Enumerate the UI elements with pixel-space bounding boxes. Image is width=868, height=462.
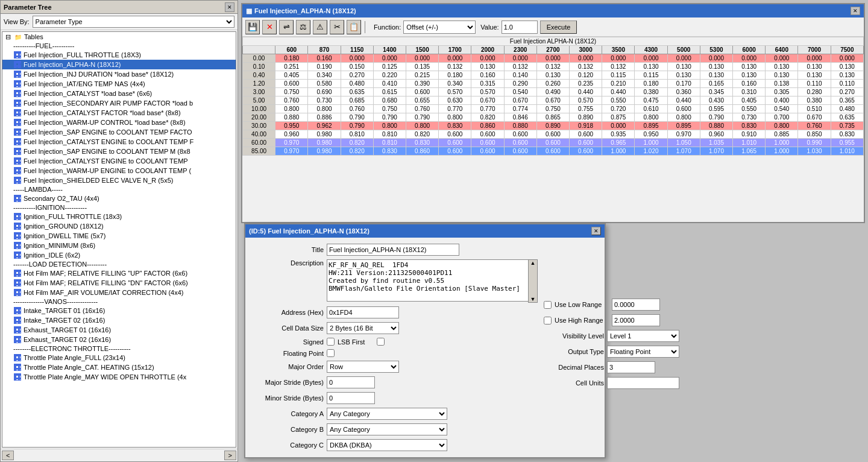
table-cell[interactable]: 0.980 (308, 130, 341, 139)
table-cell[interactable]: 0.160 (308, 54, 341, 63)
table-cell[interactable]: 0.315 (471, 80, 504, 88)
table-cell[interactable]: 0.670 (504, 97, 536, 105)
cell-data-select[interactable]: 2 Bytes (16 Bit (327, 322, 399, 334)
table-cell[interactable]: 0.130 (831, 71, 863, 80)
table-cell[interactable]: 0.365 (831, 97, 863, 105)
table-cell[interactable]: 0.630 (439, 97, 471, 105)
tree-item-hot-film-up[interactable]: Hot Film MAF; RELATIVE FILLING "UP" FACT… (2, 268, 236, 278)
tree-item-warmup-engine-coolant[interactable]: Fuel Injection_WARM-UP ENGINE to COOLANT… (2, 166, 236, 176)
table-cell[interactable]: 0.774 (504, 105, 536, 113)
table-cell[interactable]: 0.865 (536, 113, 569, 122)
table-cell[interactable]: 0.475 (635, 97, 667, 105)
table-cell[interactable]: 0.110 (831, 80, 863, 88)
table-cell[interactable]: 0.130 (766, 63, 798, 71)
table-cell[interactable]: 0.000 (667, 54, 700, 63)
tree-next-button[interactable]: > (224, 451, 236, 460)
table-cell[interactable]: 0.000 (798, 54, 831, 63)
category-b-select[interactable]: Any Category (327, 423, 447, 435)
table-cell[interactable]: 0.440 (667, 97, 700, 105)
table-cell[interactable]: 0.570 (471, 88, 504, 97)
table-cell[interactable]: 0.820 (341, 139, 373, 147)
table-cell[interactable]: 0.400 (766, 97, 798, 105)
table-cell[interactable]: 0.130 (831, 63, 863, 71)
table-cell[interactable]: 0.251 (275, 63, 308, 71)
table-cell[interactable]: 0.000 (602, 122, 635, 130)
table-cell[interactable]: 0.130 (667, 63, 700, 71)
table-cell[interactable]: 0.125 (373, 63, 406, 71)
table-cell[interactable]: 0.970 (667, 130, 700, 139)
table-cell[interactable]: 0.800 (439, 113, 471, 122)
table-cell[interactable]: 0.360 (667, 88, 700, 97)
table-cell[interactable]: 0.800 (635, 113, 667, 122)
table-cell[interactable]: 0.760 (341, 105, 373, 113)
table-cell[interactable]: 0.965 (602, 139, 635, 147)
tree-item-throttle-cat[interactable]: Throttle Plate Angle_CAT. HEATING (15x12… (2, 362, 236, 372)
value-input[interactable] (502, 21, 538, 34)
table-cell[interactable]: 0.820 (471, 113, 504, 122)
table-cell[interactable]: 0.875 (602, 113, 635, 122)
table-cell[interactable]: 0.280 (798, 88, 831, 97)
table-cell[interactable]: 0.790 (406, 113, 439, 122)
table-cell[interactable]: 0.130 (700, 63, 732, 71)
compare-button[interactable]: ⇌ (279, 20, 294, 34)
save-button[interactable]: 💾 (245, 20, 260, 34)
table-cell[interactable]: 0.830 (439, 122, 471, 130)
tree-item-shielded-valve[interactable]: Fuel Injection_SHIELDED ELEC VALVE N_R (… (2, 176, 236, 185)
table-row[interactable]: 5.000.7600.7300.6850.6800.6550.6300.6700… (243, 97, 864, 105)
table-cell[interactable]: 0.540 (766, 105, 798, 113)
table-cell[interactable]: 0.600 (667, 105, 700, 113)
table-cell[interactable]: 0.000 (831, 54, 863, 63)
table-cell[interactable]: 1.030 (798, 147, 831, 156)
table-cell[interactable]: 0.235 (570, 80, 602, 88)
table-cell[interactable]: 0.680 (373, 97, 406, 105)
table-cell[interactable]: 0.990 (798, 139, 831, 147)
table-cell[interactable]: 0.345 (700, 88, 732, 97)
table-cell[interactable]: 0.000 (504, 54, 536, 63)
table-cell[interactable]: 0.670 (471, 97, 504, 105)
dialog-close-button[interactable]: ✕ (591, 227, 601, 235)
table-cell[interactable]: 1.020 (635, 147, 667, 156)
table-cell[interactable]: 0.000 (536, 54, 569, 63)
table-cell[interactable]: 1.000 (602, 147, 635, 156)
tree-item-catalyst-factor[interactable]: Fuel Injection_CATALYST FACTOR *load bas… (2, 108, 236, 118)
table-cell[interactable]: 0.980 (308, 139, 341, 147)
table-cell[interactable]: 0.890 (536, 122, 569, 130)
window-close-button[interactable]: ✕ (851, 7, 860, 15)
table-cell[interactable]: 0.800 (275, 105, 308, 113)
description-scrollbar[interactable]: ▲ ▼ (528, 259, 538, 303)
address-input[interactable] (327, 306, 399, 318)
table-cell[interactable]: 0.960 (275, 130, 308, 139)
table-cell[interactable]: 0.000 (570, 54, 602, 63)
table-cell[interactable]: 0.600 (471, 147, 504, 156)
table-cell[interactable]: 0.115 (635, 71, 667, 80)
tree-item-catalyst-load[interactable]: Fuel Injection_CATALYST *load base* (6x6… (2, 89, 236, 98)
balance-button[interactable]: ⚖ (296, 20, 310, 34)
table-cell[interactable]: 0.600 (471, 130, 504, 139)
table-cell[interactable]: 0.132 (439, 63, 471, 71)
table-cell[interactable]: 0.305 (766, 88, 798, 97)
param-tree-close-button[interactable]: ✕ (225, 2, 234, 12)
table-cell[interactable]: 0.340 (439, 80, 471, 88)
table-cell[interactable]: 0.700 (766, 113, 798, 122)
table-cell[interactable]: 0.790 (341, 113, 373, 122)
table-cell[interactable]: 0.850 (798, 130, 831, 139)
table-cell[interactable]: 0.750 (536, 105, 569, 113)
table-cell[interactable]: 0.755 (570, 105, 602, 113)
table-cell[interactable]: 0.290 (504, 80, 536, 88)
table-cell[interactable]: 0.510 (798, 105, 831, 113)
warning-button[interactable]: ⚠ (313, 20, 327, 34)
table-cell[interactable]: 0.600 (536, 147, 569, 156)
table-cell[interactable]: 0.130 (536, 71, 569, 80)
paste-button[interactable]: 📋 (347, 20, 361, 34)
table-cell[interactable]: 0.600 (570, 139, 602, 147)
table-cell[interactable]: 0.550 (733, 105, 766, 113)
table-cell[interactable]: 0.750 (373, 105, 406, 113)
tree-item-throttle-full[interactable]: Throttle Plate Angle_FULL (23x14) (2, 353, 236, 362)
table-cell[interactable]: 0.170 (667, 80, 700, 88)
table-cell[interactable]: 0.000 (602, 54, 635, 63)
table-cell[interactable]: 0.130 (667, 71, 700, 80)
table-cell[interactable]: 0.830 (733, 122, 766, 130)
tree-item-catalyst-engine-coolant[interactable]: Fuel Injection_CATALYST ENGINE to COOLAN… (2, 156, 236, 166)
table-cell[interactable]: 0.655 (406, 97, 439, 105)
table-cell[interactable]: 0.270 (341, 71, 373, 80)
